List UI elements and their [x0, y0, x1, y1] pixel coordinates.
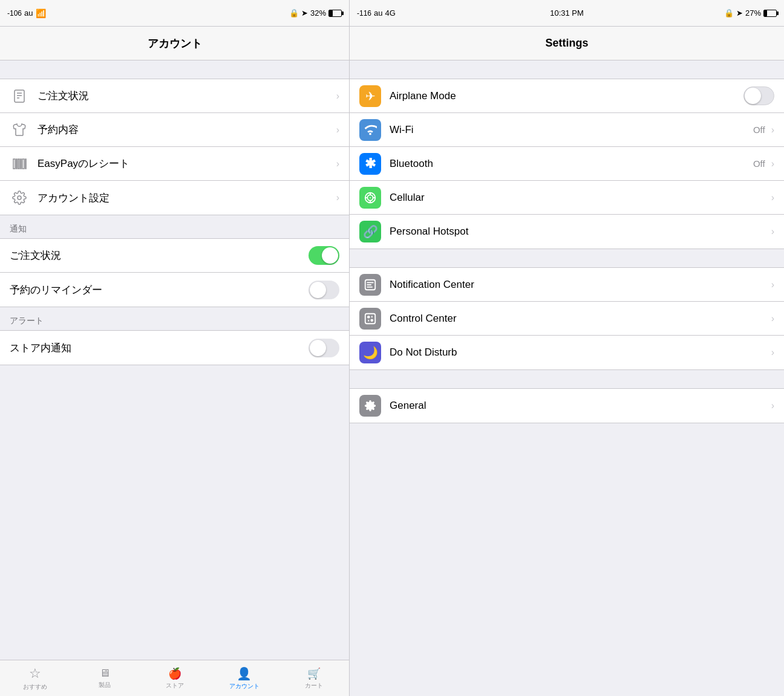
battery-fill [329, 10, 333, 16]
control-center-chevron: › [771, 313, 774, 324]
reminder-toggle[interactable] [309, 281, 339, 299]
store-label: ストア [166, 681, 184, 690]
right-carrier: au [374, 8, 382, 18]
list-item[interactable]: ストア内通知 [0, 331, 349, 365]
carrier: au [24, 8, 33, 18]
list-item[interactable]: 予約のリマインダー [0, 273, 349, 307]
right-status-left: -116 au 4G [357, 8, 567, 18]
airplane-toggle[interactable] [743, 86, 774, 105]
svg-rect-6 [18, 159, 19, 169]
middle-spacer [350, 249, 784, 267]
order-status-toggle[interactable] [309, 246, 339, 265]
toggle-knob [322, 247, 338, 264]
right-battery-icon [763, 10, 777, 17]
right-signal: -116 [357, 9, 371, 18]
list-item[interactable]: EasyPayのレシート › [0, 147, 349, 181]
right-lock-icon: 🔒 [724, 8, 734, 18]
wifi-row[interactable]: Wi-Fi Off › [350, 113, 784, 147]
cart-label: カート [305, 681, 323, 690]
reservation-label: 予約内容 [38, 123, 333, 137]
chevron-icon: › [336, 192, 339, 203]
left-status-bar: -106 au 📶 9:53 PM 🔒 ➤ 32% [0, 0, 349, 27]
list-item[interactable]: ご注文状況 [0, 239, 349, 273]
do-not-disturb-row[interactable]: 🌙 Do Not Disturb › [350, 336, 784, 369]
store-notify-toggle[interactable] [309, 339, 339, 357]
general-row[interactable]: General › [350, 389, 784, 423]
svg-rect-21 [367, 286, 373, 287]
document-icon [10, 86, 29, 106]
left-panel: -106 au 📶 9:53 PM 🔒 ➤ 32% アカウント [0, 0, 350, 696]
toggle-knob [745, 88, 761, 104]
tab-featured[interactable]: ☆ おすすめ [0, 666, 70, 691]
left-status-left: -106 au 📶 [7, 8, 175, 18]
airplane-mode-row[interactable]: ✈ Airplane Mode [350, 79, 784, 113]
cellular-row[interactable]: Cellular › [350, 181, 784, 215]
left-nav-title: アカウント [148, 36, 202, 51]
settings-top-spacer [350, 60, 784, 79]
notification-section-header: 通知 [0, 215, 349, 238]
cellular-chevron: › [771, 192, 774, 203]
notification-center-row[interactable]: Notification Center › [350, 268, 784, 302]
general-group: General › [350, 388, 784, 423]
easypay-label: EasyPayのレシート [38, 157, 333, 171]
tab-products[interactable]: 🖥 製品 [70, 667, 139, 689]
list-item[interactable]: ご注文状況 › [0, 79, 349, 113]
alert-section-header: アラート [0, 307, 349, 330]
bluetooth-status: Off [753, 158, 765, 169]
svg-rect-0 [15, 90, 24, 102]
control-center-row[interactable]: Control Center › [350, 302, 784, 336]
notification-group: ご注文状況 予約のリマインダー [0, 238, 349, 307]
wifi-chevron: › [771, 125, 774, 135]
wifi-icon: 📶 [36, 8, 46, 18]
account-settings-label: アカウント設定 [38, 191, 333, 205]
right-status-right: 🔒 ➤ 27% [567, 8, 777, 18]
products-icon: 🖥 [99, 667, 110, 680]
general-chevron: › [771, 400, 774, 411]
left-nav-header: アカウント [0, 27, 349, 60]
battery-percent: 32% [310, 8, 326, 18]
right-status-bar: -116 au 4G 10:31 PM 🔒 ➤ 27% [350, 0, 784, 27]
right-location-icon: ➤ [736, 8, 743, 18]
chevron-icon: › [336, 158, 339, 169]
svg-rect-7 [21, 159, 21, 169]
svg-rect-4 [13, 159, 15, 169]
bluetooth-row[interactable]: ✱ Bluetooth Off › [350, 147, 784, 181]
alert-group: ストア内通知 [0, 330, 349, 365]
notification-settings-group: Notification Center › Control Center › [350, 267, 784, 370]
control-center-label: Control Center [390, 313, 768, 325]
tab-store[interactable]: 🍎 ストア [140, 667, 209, 690]
airplane-label: Airplane Mode [390, 90, 743, 102]
hotspot-chevron: › [771, 226, 774, 237]
hotspot-row[interactable]: 🔗 Personal Hotspot › [350, 215, 784, 249]
signal-strength: -106 [7, 9, 22, 18]
featured-label: おすすめ [23, 683, 47, 691]
control-center-icon [359, 308, 381, 330]
reminder-label: 予約のリマインダー [10, 283, 309, 297]
list-item[interactable]: 予約内容 › [0, 113, 349, 147]
toggle-knob [310, 282, 326, 298]
svg-rect-9 [25, 159, 26, 169]
menu-items-group: ご注文状況 › 予約内容 › [0, 79, 349, 215]
right-battery-fill [764, 10, 767, 16]
bluetooth-icon: ✱ [359, 153, 381, 175]
svg-point-24 [370, 319, 373, 322]
cart-icon: 🛒 [307, 667, 321, 680]
do-not-disturb-label: Do Not Disturb [390, 346, 768, 359]
notification-center-icon [359, 274, 381, 296]
cellular-label: Cellular [390, 192, 768, 204]
store-icon: 🍎 [168, 667, 181, 680]
battery-icon [328, 10, 342, 17]
tab-account[interactable]: 👤 アカウント [209, 666, 279, 691]
list-item[interactable]: アカウント設定 › [0, 181, 349, 215]
settings-scroll[interactable]: ✈ Airplane Mode Wi-Fi Off › [350, 60, 784, 696]
settings-header: Settings [350, 27, 784, 60]
svg-rect-22 [365, 313, 376, 324]
hotspot-icon: 🔗 [359, 221, 381, 242]
order-status-label: ご注文状況 [38, 89, 333, 103]
tab-cart[interactable]: 🛒 カート [279, 667, 349, 690]
general-icon [359, 395, 381, 417]
bottom-spacer [350, 370, 784, 388]
airplane-icon: ✈ [359, 85, 381, 107]
svg-rect-19 [367, 282, 374, 283]
svg-rect-8 [22, 159, 24, 169]
